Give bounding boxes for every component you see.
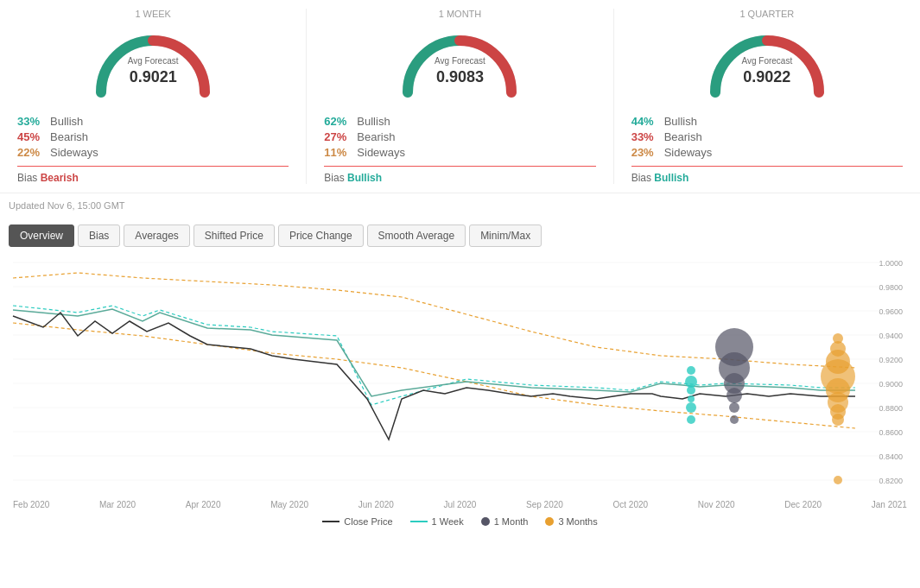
gauge-container: Avg Forecast 0.9083 (390, 23, 529, 101)
svg-point-40 (687, 415, 695, 424)
svg-point-35 (687, 366, 695, 375)
bearish-pct: 33% (631, 130, 664, 143)
bearish-label: Bearish (664, 130, 702, 143)
stats: 33% Bullish 45% Bearish 22% Sideways (17, 108, 289, 167)
chart-svg: 1.0000 0.9800 0.9600 0.9400 0.9200 0.900… (9, 254, 907, 496)
bearish-pct: 27% (324, 130, 357, 143)
bullish-pct: 62% (324, 115, 357, 128)
gauge-container: Avg Forecast 0.9022 (698, 23, 836, 101)
panel-title: 1 WEEK (17, 9, 289, 19)
sideways-label: Sideways (664, 146, 713, 159)
legend-close-price: Close Price (322, 516, 392, 527)
svg-text:0.8200: 0.8200 (879, 477, 903, 485)
gauge-label: Avg Forecast (84, 56, 222, 66)
bullish-label: Bullish (50, 115, 83, 128)
tab-price-change[interactable]: Price Change (278, 224, 364, 247)
gauge-wrapper: Avg Forecast 0.9022 (631, 23, 903, 101)
stat-bullish: 62% Bullish (324, 115, 595, 128)
bias-text: Bias (631, 172, 655, 184)
svg-point-27 (832, 414, 844, 426)
gauge-wrapper: Avg Forecast 0.9021 (17, 23, 289, 101)
forecast-row: 1 WEEK Avg Forecast 0.9021 (0, 0, 920, 193)
tab-minim-max[interactable]: Minim/Max (469, 224, 542, 247)
legend-3months-dot (545, 517, 554, 526)
update-label: Updated Nov 6, 15:00 GMT (0, 193, 920, 218)
bias-text: Bias (324, 172, 347, 184)
stat-bullish: 44% Bullish (631, 115, 903, 128)
legend-close-price-line (322, 521, 339, 522)
stat-sideways: 22% Sideways (17, 146, 289, 159)
legend-1month-dot (481, 517, 490, 526)
gauge-label: Avg Forecast (698, 56, 836, 66)
bearish-label: Bearish (50, 130, 88, 143)
bias-text: Bias (17, 172, 41, 184)
bias-value: Bearish (41, 172, 79, 184)
main-container: 1 WEEK Avg Forecast 0.9021 (0, 0, 920, 588)
chart-legend: Close Price 1 Week 1 Month 3 Months (0, 509, 920, 534)
stats: 44% Bullish 33% Bearish 23% Sideways (631, 108, 903, 167)
legend-1month: 1 Month (481, 516, 529, 527)
stat-bullish: 33% Bullish (17, 115, 289, 128)
svg-text:0.9800: 0.9800 (879, 283, 903, 292)
bias-value: Bullish (654, 172, 688, 184)
svg-point-37 (687, 386, 695, 395)
chart-area: 1.0000 0.9800 0.9600 0.9400 0.9200 0.900… (0, 254, 920, 509)
legend-1week: 1 Week (410, 516, 464, 527)
svg-point-34 (730, 415, 739, 424)
svg-point-32 (726, 388, 742, 403)
stat-sideways: 11% Sideways (324, 146, 595, 159)
tab-averages[interactable]: Averages (124, 224, 189, 247)
tabs-bar: OverviewBiasAveragesShifted PricePrice C… (0, 218, 920, 254)
gauge-value: 0.9083 (390, 68, 529, 86)
svg-text:0.9400: 0.9400 (879, 332, 903, 340)
bullish-label: Bullish (357, 115, 390, 128)
svg-text:0.8400: 0.8400 (879, 452, 903, 461)
forecast-panel-2: 1 QUARTER Avg Forecast 0.9022 (614, 9, 920, 184)
bias-row: Bias Bearish (17, 172, 289, 184)
bias-value: Bullish (347, 172, 382, 184)
bias-row: Bias Bullish (324, 172, 595, 184)
stats: 62% Bullish 27% Bearish 11% Sideways (324, 108, 595, 167)
svg-text:0.9200: 0.9200 (879, 356, 903, 364)
sideways-label: Sideways (50, 146, 98, 159)
forecast-panel-1: 1 MONTH Avg Forecast 0.9083 (307, 9, 613, 184)
svg-text:1.0000: 1.0000 (879, 259, 903, 268)
x-axis-labels: Feb 2020 Mar 2020 Apr 2020 May 2020 Jun … (9, 498, 911, 509)
panel-title: 1 MONTH (324, 9, 595, 19)
bullish-pct: 33% (17, 115, 50, 128)
svg-point-38 (688, 395, 695, 402)
svg-text:0.8600: 0.8600 (879, 428, 903, 437)
tab-smooth-average[interactable]: Smooth Average (367, 224, 466, 247)
legend-3months: 3 Months (545, 516, 597, 527)
sideways-pct: 11% (324, 146, 357, 159)
bearish-pct: 45% (17, 130, 50, 143)
svg-text:0.9000: 0.9000 (879, 380, 903, 389)
tab-shifted-price[interactable]: Shifted Price (194, 224, 275, 247)
sideways-pct: 23% (631, 146, 664, 159)
tab-overview[interactable]: Overview (9, 224, 74, 247)
gauge-value: 0.9021 (84, 68, 222, 86)
bias-row: Bias Bullish (631, 172, 903, 184)
tab-bias[interactable]: Bias (78, 224, 120, 247)
gauge-container: Avg Forecast 0.9021 (84, 23, 222, 101)
stat-bearish: 45% Bearish (17, 130, 289, 143)
svg-point-28 (834, 476, 842, 484)
svg-text:0.8800: 0.8800 (879, 404, 903, 413)
svg-text:0.9600: 0.9600 (879, 307, 903, 316)
stat-bearish: 27% Bearish (324, 130, 595, 143)
gauge-label: Avg Forecast (390, 56, 529, 66)
panel-title: 1 QUARTER (631, 9, 903, 19)
forecast-panel-0: 1 WEEK Avg Forecast 0.9021 (0, 9, 307, 184)
gauge-wrapper: Avg Forecast 0.9083 (324, 23, 595, 101)
bearish-label: Bearish (357, 130, 395, 143)
sideways-pct: 22% (17, 146, 50, 159)
bullish-label: Bullish (664, 115, 697, 128)
gauge-value: 0.9022 (698, 68, 836, 86)
stat-sideways: 23% Sideways (631, 146, 903, 159)
svg-point-39 (686, 402, 696, 413)
bullish-pct: 44% (631, 115, 664, 128)
sideways-label: Sideways (357, 146, 405, 159)
stat-bearish: 33% Bearish (631, 130, 903, 143)
svg-point-36 (685, 376, 697, 388)
legend-1week-line (410, 521, 428, 522)
